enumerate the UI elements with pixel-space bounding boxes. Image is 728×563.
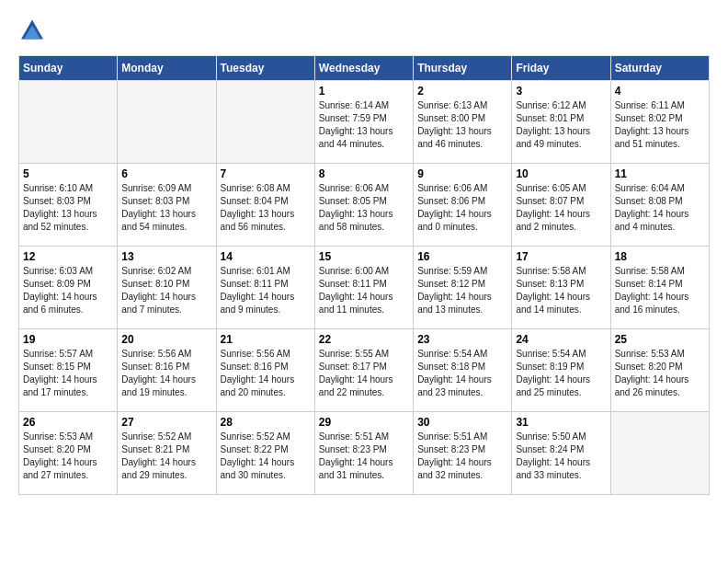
day-number: 10 (516, 167, 606, 180)
day-number: 28 (221, 416, 311, 429)
day-number: 24 (516, 333, 606, 346)
day-number: 27 (121, 416, 211, 429)
weekday-header-wednesday: Wednesday (314, 56, 413, 81)
calendar-table: SundayMondayTuesdayWednesdayThursdayFrid… (18, 55, 710, 495)
day-info: Sunrise: 5:58 AMSunset: 8:13 PMDaylight:… (516, 265, 606, 316)
day-info: Sunrise: 5:56 AMSunset: 8:16 PMDaylight:… (221, 348, 311, 399)
calendar-cell: 31Sunrise: 5:50 AMSunset: 8:24 PMDayligh… (512, 412, 610, 495)
day-info: Sunrise: 5:57 AMSunset: 8:15 PMDaylight:… (23, 348, 113, 399)
calendar-cell: 12Sunrise: 6:03 AMSunset: 8:09 PMDayligh… (19, 247, 118, 329)
day-info: Sunrise: 5:55 AMSunset: 8:17 PMDaylight:… (319, 348, 409, 399)
day-info: Sunrise: 6:14 AMSunset: 7:59 PMDaylight:… (319, 99, 409, 151)
calendar-cell: 18Sunrise: 5:58 AMSunset: 8:14 PMDayligh… (610, 247, 709, 329)
day-number: 25 (615, 333, 705, 346)
calendar-cell: 26Sunrise: 5:53 AMSunset: 8:20 PMDayligh… (19, 412, 118, 495)
weekday-header-saturday: Saturday (610, 56, 709, 81)
calendar-cell: 14Sunrise: 6:01 AMSunset: 8:11 PMDayligh… (216, 247, 314, 329)
day-number: 29 (319, 416, 409, 429)
day-info: Sunrise: 5:52 AMSunset: 8:21 PMDaylight:… (121, 431, 211, 482)
weekday-header-monday: Monday (118, 56, 216, 81)
day-info: Sunrise: 5:54 AMSunset: 8:18 PMDaylight:… (417, 348, 507, 399)
calendar-cell: 15Sunrise: 6:00 AMSunset: 8:11 PMDayligh… (314, 247, 413, 329)
calendar-cell: 9Sunrise: 6:06 AMSunset: 8:06 PMDaylight… (414, 164, 512, 247)
calendar-cell: 27Sunrise: 5:52 AMSunset: 8:21 PMDayligh… (118, 412, 216, 495)
calendar-cell: 3Sunrise: 6:12 AMSunset: 8:01 PMDaylight… (512, 81, 610, 164)
day-number: 13 (121, 250, 211, 263)
day-number: 16 (417, 250, 507, 263)
calendar-cell: 11Sunrise: 6:04 AMSunset: 8:08 PMDayligh… (610, 164, 709, 247)
day-info: Sunrise: 5:51 AMSunset: 8:23 PMDaylight:… (417, 431, 507, 482)
calendar-cell: 29Sunrise: 5:51 AMSunset: 8:23 PMDayligh… (314, 412, 413, 495)
logo-icon (18, 18, 46, 46)
day-info: Sunrise: 6:06 AMSunset: 8:06 PMDaylight:… (417, 182, 507, 234)
calendar-cell: 16Sunrise: 5:59 AMSunset: 8:12 PMDayligh… (414, 247, 512, 329)
day-number: 30 (417, 416, 507, 429)
weekday-header-thursday: Thursday (414, 56, 512, 81)
calendar-cell: 17Sunrise: 5:58 AMSunset: 8:13 PMDayligh… (512, 247, 610, 329)
calendar-cell: 20Sunrise: 5:56 AMSunset: 8:16 PMDayligh… (118, 329, 216, 412)
day-info: Sunrise: 5:58 AMSunset: 8:14 PMDaylight:… (615, 265, 705, 316)
calendar-cell: 1Sunrise: 6:14 AMSunset: 7:59 PMDaylight… (314, 81, 413, 164)
day-number: 9 (417, 167, 507, 180)
day-info: Sunrise: 6:00 AMSunset: 8:11 PMDaylight:… (319, 265, 409, 316)
calendar-week-2: 5Sunrise: 6:10 AMSunset: 8:03 PMDaylight… (19, 164, 710, 247)
day-number: 18 (615, 250, 705, 263)
calendar-cell (610, 412, 709, 495)
calendar-cell: 5Sunrise: 6:10 AMSunset: 8:03 PMDaylight… (19, 164, 118, 247)
day-number: 6 (121, 167, 211, 180)
day-number: 8 (319, 167, 409, 180)
day-number: 22 (319, 333, 409, 346)
calendar-cell: 4Sunrise: 6:11 AMSunset: 8:02 PMDaylight… (610, 81, 709, 164)
calendar-cell: 7Sunrise: 6:08 AMSunset: 8:04 PMDaylight… (216, 164, 314, 247)
calendar-cell: 28Sunrise: 5:52 AMSunset: 8:22 PMDayligh… (216, 412, 314, 495)
calendar-cell (118, 81, 216, 164)
day-number: 1 (319, 85, 409, 98)
day-number: 3 (516, 85, 606, 98)
day-number: 20 (121, 333, 211, 346)
logo (18, 18, 50, 46)
day-number: 11 (615, 167, 705, 180)
calendar-cell: 13Sunrise: 6:02 AMSunset: 8:10 PMDayligh… (118, 247, 216, 329)
day-info: Sunrise: 6:04 AMSunset: 8:08 PMDaylight:… (615, 182, 705, 234)
calendar-cell: 19Sunrise: 5:57 AMSunset: 8:15 PMDayligh… (19, 329, 118, 412)
day-info: Sunrise: 5:53 AMSunset: 8:20 PMDaylight:… (23, 431, 113, 482)
calendar-week-3: 12Sunrise: 6:03 AMSunset: 8:09 PMDayligh… (19, 247, 710, 329)
day-info: Sunrise: 6:10 AMSunset: 8:03 PMDaylight:… (23, 182, 113, 234)
day-info: Sunrise: 5:56 AMSunset: 8:16 PMDaylight:… (121, 348, 211, 399)
calendar-week-4: 19Sunrise: 5:57 AMSunset: 8:15 PMDayligh… (19, 329, 710, 412)
day-info: Sunrise: 5:51 AMSunset: 8:23 PMDaylight:… (319, 431, 409, 482)
day-info: Sunrise: 5:52 AMSunset: 8:22 PMDaylight:… (221, 431, 311, 482)
day-number: 23 (417, 333, 507, 346)
calendar-week-1: 1Sunrise: 6:14 AMSunset: 7:59 PMDaylight… (19, 81, 710, 164)
day-number: 2 (417, 85, 507, 98)
day-number: 17 (516, 250, 606, 263)
calendar-cell: 10Sunrise: 6:05 AMSunset: 8:07 PMDayligh… (512, 164, 610, 247)
calendar-cell: 23Sunrise: 5:54 AMSunset: 8:18 PMDayligh… (414, 329, 512, 412)
day-number: 14 (221, 250, 311, 263)
day-number: 26 (23, 416, 113, 429)
day-info: Sunrise: 5:54 AMSunset: 8:19 PMDaylight:… (516, 348, 606, 399)
day-info: Sunrise: 6:03 AMSunset: 8:09 PMDaylight:… (23, 265, 113, 316)
day-number: 5 (23, 167, 113, 180)
day-info: Sunrise: 6:05 AMSunset: 8:07 PMDaylight:… (516, 182, 606, 234)
day-info: Sunrise: 5:59 AMSunset: 8:12 PMDaylight:… (417, 265, 507, 316)
day-number: 21 (221, 333, 311, 346)
calendar-cell: 6Sunrise: 6:09 AMSunset: 8:03 PMDaylight… (118, 164, 216, 247)
day-info: Sunrise: 6:01 AMSunset: 8:11 PMDaylight:… (221, 265, 311, 316)
day-info: Sunrise: 5:53 AMSunset: 8:20 PMDaylight:… (615, 348, 705, 399)
weekday-header-tuesday: Tuesday (216, 56, 314, 81)
day-number: 12 (23, 250, 113, 263)
day-info: Sunrise: 6:12 AMSunset: 8:01 PMDaylight:… (516, 99, 606, 151)
day-number: 19 (23, 333, 113, 346)
day-info: Sunrise: 5:50 AMSunset: 8:24 PMDaylight:… (516, 431, 606, 482)
calendar-cell: 30Sunrise: 5:51 AMSunset: 8:23 PMDayligh… (414, 412, 512, 495)
day-number: 7 (221, 167, 311, 180)
day-info: Sunrise: 6:09 AMSunset: 8:03 PMDaylight:… (121, 182, 211, 234)
day-info: Sunrise: 6:11 AMSunset: 8:02 PMDaylight:… (615, 99, 705, 151)
day-number: 31 (516, 416, 606, 429)
day-info: Sunrise: 6:08 AMSunset: 8:04 PMDaylight:… (221, 182, 311, 234)
calendar-cell: 25Sunrise: 5:53 AMSunset: 8:20 PMDayligh… (610, 329, 709, 412)
day-number: 4 (615, 85, 705, 98)
calendar-cell: 22Sunrise: 5:55 AMSunset: 8:17 PMDayligh… (314, 329, 413, 412)
calendar-cell: 24Sunrise: 5:54 AMSunset: 8:19 PMDayligh… (512, 329, 610, 412)
